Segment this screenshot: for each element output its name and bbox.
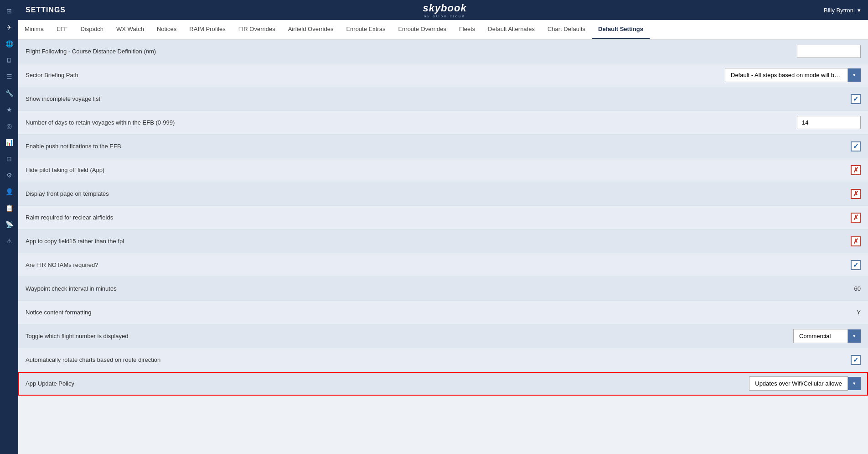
tab-default-settings[interactable]: Default Settings — [592, 20, 650, 39]
show-incomplete-voyage-checkbox[interactable] — [851, 94, 861, 104]
row-flight-following: Flight Following - Course Distance Defin… — [18, 40, 868, 63]
auto-rotate-charts-checkbox[interactable] — [851, 355, 861, 365]
row-display-front-page-label: Display front page on templates — [26, 190, 851, 197]
days-retain-input[interactable] — [797, 116, 861, 129]
flight-following-input[interactable] — [797, 45, 861, 58]
row-raim-required-value — [851, 213, 861, 223]
settings-content: Flight Following - Course Distance Defin… — [18, 40, 868, 454]
tab-enroute-extras[interactable]: Enroute Extras — [340, 20, 392, 39]
row-fir-notams-required: Are FIR NOTAMs required? — [18, 253, 868, 277]
row-raim-required-label: Raim required for reclear airfields — [26, 214, 851, 221]
row-days-retain-voyages-label: Number of days to retain voyages within … — [26, 119, 797, 126]
table-icon[interactable]: ⊟ — [2, 151, 16, 166]
settings-icon[interactable]: ⚙ — [2, 168, 16, 183]
row-enable-push-notifications-label: Enable push notifications to the EFB — [26, 143, 851, 150]
row-notice-content-formatting: Notice content formatting Y — [18, 301, 868, 324]
sector-briefing-dropdown-main[interactable]: Default - All steps based on mode will b… — [725, 68, 848, 82]
app-update-policy-dropdown-group: Updates over Wifi/Cellular allowe ▾ — [749, 376, 861, 391]
logo-main: skybook — [423, 2, 466, 14]
tools-icon[interactable]: 🔧 — [2, 86, 16, 100]
plane-icon[interactable]: ✈ — [2, 20, 16, 35]
monitor-icon[interactable]: 🖥 — [2, 53, 16, 68]
tab-chart-defaults[interactable]: Chart Defaults — [541, 20, 592, 39]
header: SETTINGS skybook aviation cloud Billy By… — [18, 0, 868, 20]
row-waypoint-check-interval: Waypoint check interval in minutes 60 — [18, 277, 868, 301]
hide-pilot-taking-off-checkbox[interactable] — [851, 165, 861, 175]
user-menu[interactable]: Billy Bytroni ▾ — [824, 7, 861, 14]
row-days-retain-voyages-value — [797, 116, 861, 129]
app-logo: skybook aviation cloud — [423, 2, 466, 18]
row-app-copy-field15-value — [851, 236, 861, 246]
row-app-update-policy: App Update Policy Updates over Wifi/Cell… — [18, 372, 868, 396]
fir-notams-required-checkbox[interactable] — [851, 260, 861, 270]
tab-bar: Minima EFF Dispatch WX Watch Notices RAI… — [18, 20, 868, 40]
app-update-policy-dropdown-main[interactable]: Updates over Wifi/Cellular allowe — [749, 376, 848, 391]
tab-notices[interactable]: Notices — [150, 20, 183, 39]
row-sector-briefing-label: Sector Briefing Path — [26, 72, 725, 78]
row-flight-following-value — [797, 45, 861, 58]
grid-icon[interactable]: ⊞ — [2, 4, 16, 18]
toggle-flight-number-dropdown-group: Commercial ▾ — [793, 329, 861, 343]
row-auto-rotate-charts-value — [851, 355, 861, 365]
tab-dispatch[interactable]: Dispatch — [74, 20, 110, 39]
raim-required-checkbox[interactable] — [851, 213, 861, 223]
row-hide-pilot-taking-off-label: Hide pilot taking off field (App) — [26, 167, 851, 173]
row-show-incomplete-voyage: Show incomplete voyage list — [18, 87, 868, 111]
page-title: SETTINGS — [26, 6, 66, 14]
chart-bar-icon[interactable]: 📊 — [2, 135, 16, 150]
list-icon[interactable]: ☰ — [2, 69, 16, 84]
toggle-flight-number-dropdown-main[interactable]: Commercial — [793, 329, 848, 343]
tab-eff[interactable]: EFF — [50, 20, 74, 39]
row-flight-following-label: Flight Following - Course Distance Defin… — [26, 48, 797, 55]
waypoint-check-interval-text: 60 — [854, 285, 861, 292]
row-hide-pilot-taking-off-value — [851, 165, 861, 175]
star-icon[interactable]: ★ — [2, 102, 16, 117]
sector-briefing-dropdown-arrow[interactable]: ▾ — [848, 68, 861, 82]
tab-airfield-overrides[interactable]: Airfield Overrides — [282, 20, 340, 39]
main-content: SETTINGS skybook aviation cloud Billy By… — [18, 0, 868, 454]
row-days-retain-voyages: Number of days to retain voyages within … — [18, 111, 868, 135]
toggle-flight-number-dropdown-arrow[interactable]: ▾ — [848, 329, 861, 343]
row-toggle-flight-number-label: Toggle which flight number is displayed — [26, 333, 793, 339]
row-auto-rotate-charts-label: Automatically rotate charts based on rou… — [26, 356, 851, 363]
row-notice-content-formatting-label: Notice content formatting — [26, 309, 857, 316]
person-icon[interactable]: 👤 — [2, 184, 16, 199]
tab-default-alternates[interactable]: Default Alternates — [481, 20, 541, 39]
enable-push-notifications-checkbox[interactable] — [851, 141, 861, 151]
logo-sub: aviation cloud — [423, 14, 466, 18]
row-app-copy-field15-label: App to copy field15 rather than the fpl — [26, 238, 851, 245]
row-app-update-policy-label: App Update Policy — [26, 380, 749, 387]
sidebar: ⊞ ✈ 🌐 🖥 ☰ 🔧 ★ ◎ 📊 ⊟ ⚙ 👤 📋 📡 ⚠ — [0, 0, 18, 454]
row-auto-rotate-charts: Automatically rotate charts based on rou… — [18, 348, 868, 372]
row-enable-push-notifications: Enable push notifications to the EFB — [18, 135, 868, 158]
app-copy-field15-checkbox[interactable] — [851, 236, 861, 246]
tab-raim-profiles[interactable]: RAIM Profiles — [183, 20, 232, 39]
row-show-incomplete-voyage-value — [851, 94, 861, 104]
row-hide-pilot-taking-off: Hide pilot taking off field (App) — [18, 158, 868, 182]
target-icon[interactable]: ◎ — [2, 119, 16, 133]
row-app-update-policy-value: Updates over Wifi/Cellular allowe ▾ — [749, 376, 861, 391]
tab-enroute-overrides[interactable]: Enroute Overrides — [392, 20, 453, 39]
tab-fleets[interactable]: Fleets — [453, 20, 481, 39]
row-waypoint-check-interval-value: 60 — [854, 285, 861, 292]
row-display-front-page: Display front page on templates — [18, 182, 868, 206]
row-waypoint-check-interval-label: Waypoint check interval in minutes — [26, 285, 854, 292]
row-fir-notams-required-value — [851, 260, 861, 270]
row-sector-briefing-value: Default - All steps based on mode will b… — [725, 68, 861, 82]
app-update-policy-dropdown-arrow[interactable]: ▾ — [848, 377, 861, 390]
globe-icon[interactable]: 🌐 — [2, 37, 16, 51]
row-sector-briefing-path: Sector Briefing Path Default - All steps… — [18, 63, 868, 87]
row-toggle-flight-number-value: Commercial ▾ — [793, 329, 861, 343]
document-icon[interactable]: 📋 — [2, 201, 16, 215]
display-front-page-checkbox[interactable] — [851, 189, 861, 199]
tab-fir-overrides[interactable]: FIR Overrides — [232, 20, 282, 39]
tab-wx-watch[interactable]: WX Watch — [110, 20, 150, 39]
row-app-copy-field15: App to copy field15 rather than the fpl — [18, 230, 868, 253]
tab-minima[interactable]: Minima — [18, 20, 50, 39]
wifi-icon[interactable]: 📡 — [2, 217, 16, 232]
row-enable-push-notifications-value — [851, 141, 861, 151]
warning-icon[interactable]: ⚠ — [2, 234, 16, 248]
row-toggle-flight-number: Toggle which flight number is displayed … — [18, 324, 868, 348]
sector-briefing-dropdown-group: Default - All steps based on mode will b… — [725, 68, 861, 82]
username-label: Billy Bytroni — [824, 7, 855, 14]
